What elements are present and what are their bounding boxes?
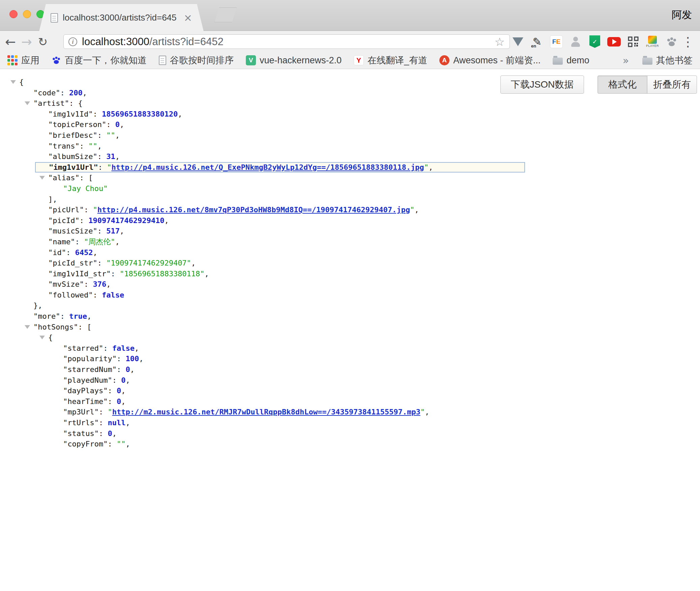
youtube-extension-icon[interactable] (607, 34, 621, 49)
json-url-link[interactable]: http://p4.music.126.net/Q_ExePNkmgB2yWyL… (111, 163, 424, 172)
vue-devtools-icon[interactable] (511, 34, 525, 49)
minimize-window-button[interactable] (23, 10, 31, 18)
bookmark-awesomes[interactable]: A Awesomes - 前端资... (439, 54, 541, 66)
json-token: "alias" (48, 174, 80, 182)
json-token: 0 (117, 386, 121, 395)
address-bar[interactable]: i localhost:3000/artists?id=6452 ☆ (63, 34, 510, 49)
collapse-toggle-icon[interactable] (25, 325, 30, 329)
json-token: 18569651883380120 (102, 110, 178, 118)
browser-tab[interactable]: localhost:3000/artists?id=645 × (39, 4, 204, 31)
page-content: 下载JSON数据 格式化 折叠所有 {"code": 200,"artist":… (0, 69, 700, 591)
json-token: : (117, 365, 126, 374)
bookmark-star-icon[interactable]: ☆ (495, 35, 505, 49)
collapse-toggle-icon[interactable] (10, 80, 16, 84)
youdao-translate-icon[interactable]: ✎ en (530, 34, 544, 49)
json-token: "picId" (48, 216, 80, 225)
tab-close-icon[interactable]: × (184, 13, 192, 23)
folder-icon (642, 58, 652, 65)
json-token: , (164, 216, 169, 225)
json-line: "popularity": 100, (0, 353, 700, 364)
json-token: "mp3Url" (63, 408, 99, 416)
bookmarks-bar: 应用 百度一下，你就知道 谷歌按时间排序 V vue-hackernews-2.… (0, 52, 700, 69)
baidu-paw-icon (52, 56, 61, 65)
json-token: "18569651883380118" (120, 270, 205, 278)
json-line: "hearTime": 0, (0, 396, 700, 407)
fe-extension-icon[interactable]: FE (550, 34, 563, 49)
json-url-link[interactable]: http://p4.music.126.net/8mv7qP30Pd3oHW8b… (97, 206, 410, 214)
bookmark-label: 百度一下，你就知道 (65, 54, 147, 66)
other-bookmarks-folder[interactable]: 其他书签 (642, 54, 693, 66)
json-line-highlighted: "img1v1Url": "http://p4.music.126.net/Q_… (35, 162, 525, 173)
json-token: : (108, 397, 117, 406)
json-token: : (93, 110, 102, 118)
new-tab-button[interactable] (214, 7, 237, 22)
player-extension-icon[interactable]: PLAYER (646, 34, 659, 49)
json-token: : [ (80, 174, 93, 182)
json-token: " (420, 408, 425, 416)
json-token: , (130, 365, 135, 374)
json-token: , (135, 344, 139, 352)
collapse-toggle-icon[interactable] (39, 176, 45, 180)
json-token: : (84, 280, 93, 288)
bookmarks-overflow-icon[interactable]: » (623, 55, 629, 66)
json-token: "picId_str" (48, 259, 97, 267)
collapse-toggle-icon[interactable] (39, 336, 45, 339)
url-text[interactable]: localhost:3000/artists?id=6452 (82, 36, 224, 48)
bookmark-vue-hackernews[interactable]: V vue-hackernews-2.0 (246, 55, 342, 66)
extension-icons: ✎ en FE ✓ PLAYE (511, 31, 678, 52)
paw-extension-icon[interactable] (665, 34, 678, 49)
json-token: , (87, 312, 91, 320)
json-line: "img1v1Id_str": "18569651883380118", (0, 269, 700, 279)
json-token: 376 (93, 280, 106, 288)
tab-favicon-page-icon (51, 13, 58, 23)
profile-name[interactable]: 阿发 (672, 8, 692, 22)
json-token: " (93, 206, 97, 214)
bookmark-apps[interactable]: 应用 (7, 54, 39, 66)
bookmark-baidu[interactable]: 百度一下，你就知道 (52, 54, 147, 66)
window-controls (9, 10, 45, 18)
json-token: 100 (125, 354, 139, 363)
json-line: "musicSize": 517, (0, 226, 700, 237)
json-token: false (112, 344, 135, 352)
json-line: "artist": { (0, 98, 700, 109)
shield-extension-icon[interactable]: ✓ (588, 34, 602, 49)
json-token: : (97, 259, 107, 267)
json-token: null (108, 418, 125, 427)
json-token: : (60, 89, 69, 97)
json-token: : (98, 163, 107, 172)
json-token: , (115, 131, 120, 139)
json-token: "hotSongs" (33, 323, 78, 331)
json-token: , (178, 110, 182, 118)
json-token: , (121, 397, 125, 406)
browser-menu-icon[interactable]: ⋮ (680, 31, 695, 52)
close-window-button[interactable] (9, 10, 18, 18)
json-line: { (0, 332, 700, 343)
json-token: "hearTime" (63, 397, 108, 406)
json-token: "code" (33, 89, 60, 97)
json-url-link[interactable]: http://m2.music.126.net/RMJR7wDullRqppBk… (112, 408, 420, 416)
page-info-icon[interactable]: i (68, 37, 77, 46)
folder-icon (553, 58, 563, 65)
json-token: 0 (121, 376, 125, 384)
json-line: "picId_str": "19097417462929407", (0, 258, 700, 269)
fe-letter-f: F (552, 38, 556, 45)
bookmark-demo-folder[interactable]: demo (553, 55, 589, 66)
person-extension-icon[interactable] (569, 34, 582, 49)
forward-icon: → (19, 31, 34, 52)
back-icon[interactable]: ← (3, 31, 18, 52)
json-token: "id" (48, 248, 66, 257)
json-token: " (107, 163, 111, 172)
reload-icon[interactable]: ↻ (35, 31, 51, 52)
bookmark-label: demo (566, 55, 589, 66)
bookmark-youdao-translate[interactable]: Y 在线翻译_有道 (354, 54, 427, 66)
collapse-toggle-icon[interactable] (25, 101, 30, 105)
en-label: en (531, 43, 536, 49)
bookmark-google-sort[interactable]: 谷歌按时间排序 (159, 54, 234, 66)
json-token: : (108, 440, 117, 448)
json-token: "briefDesc" (48, 131, 97, 139)
json-line: "followed": false (0, 290, 700, 301)
json-token: , (414, 206, 419, 214)
json-line: "topicPerson": 0, (0, 119, 700, 130)
qr-code-icon[interactable] (626, 34, 640, 49)
json-line: "briefDesc": "", (0, 130, 700, 141)
